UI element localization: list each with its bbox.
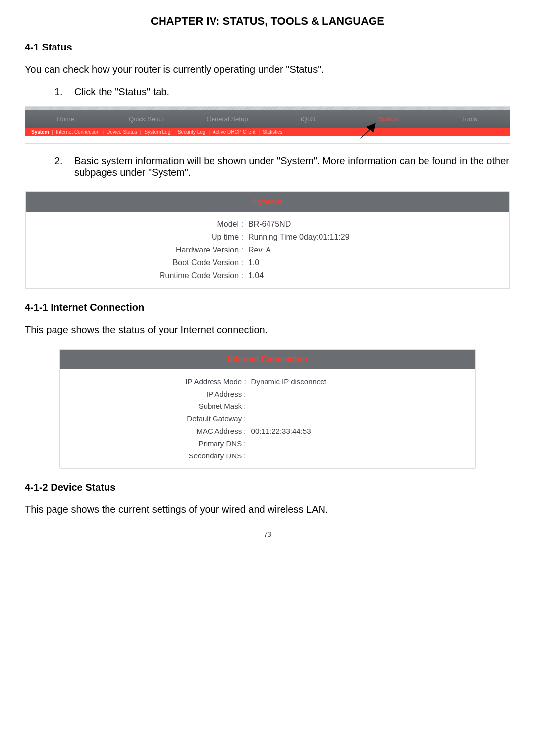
subnav-sep: | — [208, 129, 210, 135]
internet-connection-panel: Internet Connection IP Address Mode : Dy… — [59, 349, 476, 469]
system-row-model: Model : BR-6475ND — [26, 218, 509, 231]
subnav-active-dhcp-client[interactable]: Active DHCP Client — [213, 129, 256, 135]
step-text: Click the "Status" tab. — [74, 86, 510, 98]
kv-value — [251, 390, 475, 398]
kv-label: Default Gateway : — [60, 414, 251, 423]
internet-row-primary-dns: Primary DNS : — [60, 437, 475, 450]
nav-spacer — [25, 136, 510, 143]
arrow-pointer-icon — [356, 123, 376, 142]
system-row-boot-version: Boot Code Version : 1.0 — [26, 256, 509, 269]
internet-row-ip-address: IP Address : — [60, 388, 475, 400]
step-number: 2. — [54, 155, 74, 178]
subnav-system[interactable]: System — [31, 129, 49, 135]
sub-nav-bar: System | Internet Connection | Device St… — [25, 128, 510, 136]
chapter-title: CHAPTER IV: STATUS, TOOLS & LANGUAGE — [25, 15, 510, 28]
section-4-1-intro: You can check how your router is current… — [25, 64, 510, 75]
step-1: 1. Click the "Status" tab. — [25, 86, 510, 98]
system-panel-title: System — [26, 192, 509, 212]
kv-label: Primary DNS : — [60, 439, 251, 448]
internet-row-subnet-mask: Subnet Mask : — [60, 400, 475, 412]
kv-value: BR-6475ND — [248, 220, 509, 229]
subnav-sep: | — [140, 129, 142, 135]
system-row-runtime-version: Runtime Code Version : 1.04 — [26, 269, 509, 282]
kv-label: IP Address Mode : — [60, 377, 251, 386]
subnav-sep: | — [259, 129, 260, 135]
kv-value: 00:11:22:33:44:53 — [251, 427, 475, 435]
section-4-1-heading: 4-1 Status — [25, 42, 510, 53]
internet-panel-body: IP Address Mode : Dynamic IP disconnect … — [60, 369, 475, 468]
subnav-sep: | — [173, 129, 175, 135]
internet-row-ip-mode: IP Address Mode : Dynamic IP disconnect — [60, 375, 475, 388]
nav-tab-iqos[interactable]: iQoS — [268, 115, 348, 123]
kv-value: Running Time 0day:01:11:29 — [248, 233, 509, 242]
kv-label: IP Address : — [60, 390, 251, 398]
kv-value: 1.0 — [248, 258, 509, 267]
kv-label: Subnet Mask : — [60, 402, 251, 410]
internet-row-secondary-dns: Secondary DNS : — [60, 450, 475, 462]
section-4-1-1-intro: This page shows the status of your Inter… — [25, 324, 510, 336]
system-row-uptime: Up time : Running Time 0day:01:11:29 — [26, 231, 509, 244]
section-4-1-2-intro: This page shows the current settings of … — [25, 504, 510, 515]
kv-value — [251, 414, 475, 423]
step-text: Basic system information will be shown u… — [74, 155, 510, 178]
kv-value — [251, 439, 475, 448]
subnav-internet-connection[interactable]: Internet Connection — [56, 129, 99, 135]
kv-value: 1.04 — [248, 271, 509, 280]
system-panel-body: Model : BR-6475ND Up time : Running Time… — [26, 212, 509, 288]
step-number: 1. — [54, 86, 74, 98]
kv-value — [251, 452, 475, 460]
section-4-1-2-heading: 4-1-2 Device Status — [25, 482, 510, 493]
subnav-sep: | — [102, 129, 104, 135]
subnav-statistics[interactable]: Statistics — [263, 129, 282, 135]
subnav-device-status[interactable]: Device Status — [107, 129, 137, 135]
nav-tab-quick-setup[interactable]: Quick Setup — [106, 115, 187, 123]
subnav-sep: | — [52, 129, 54, 135]
system-panel: System Model : BR-6475ND Up time : Runni… — [25, 191, 510, 289]
nav-tab-tools[interactable]: Tools — [429, 115, 510, 123]
internet-row-default-gateway: Default Gateway : — [60, 412, 475, 425]
kv-label: Model : — [26, 220, 248, 229]
kv-value: Rev. A — [248, 246, 509, 254]
kv-label: Boot Code Version : — [26, 258, 248, 267]
kv-label: Hardware Version : — [26, 246, 248, 254]
kv-label: Runtime Code Version : — [26, 271, 248, 280]
system-row-hw-version: Hardware Version : Rev. A — [26, 244, 509, 256]
section-4-1-1-heading: 4-1-1 Internet Connection — [25, 302, 510, 313]
subnav-security-log[interactable]: Security Log — [178, 129, 206, 135]
kv-value — [251, 402, 475, 410]
step-2: 2. Basic system information will be show… — [25, 155, 510, 178]
kv-label: Secondary DNS : — [60, 452, 251, 460]
internet-panel-title: Internet Connection — [60, 350, 475, 369]
internet-row-mac-address: MAC Address : 00:11:22:33:44:53 — [60, 425, 475, 437]
subnav-sep: | — [285, 129, 287, 135]
kv-value: Dynamic IP disconnect — [251, 377, 475, 386]
nav-tabs: Home Quick Setup General Setup iQoS Stat… — [25, 110, 510, 128]
router-nav-screenshot: Home Quick Setup General Setup iQoS Stat… — [25, 106, 510, 144]
page-number: 73 — [25, 530, 510, 538]
nav-tab-status[interactable]: Status — [348, 115, 429, 123]
nav-tab-home[interactable]: Home — [25, 115, 106, 123]
subnav-system-log[interactable]: System Log — [144, 129, 170, 135]
kv-label: Up time : — [26, 233, 248, 242]
kv-label: MAC Address : — [60, 427, 251, 435]
nav-tab-general-setup[interactable]: General Setup — [187, 115, 268, 123]
